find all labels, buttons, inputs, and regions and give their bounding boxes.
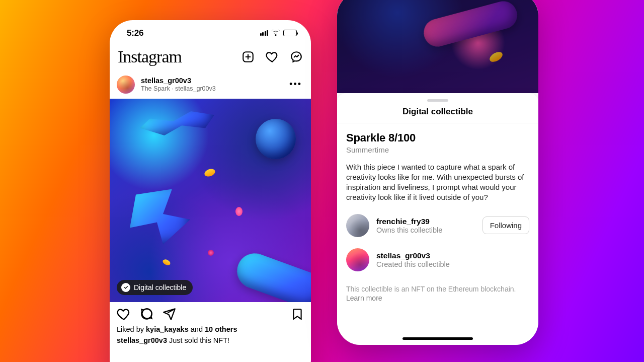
status-bar: 5:26	[110, 20, 311, 43]
phone-feed: 5:26 Instagram stellas_g	[110, 20, 311, 363]
owner-role-label: Owns this collectible	[376, 226, 475, 234]
phone-collectible-detail: Digital collectible Sparkle 8/100 Summer…	[337, 0, 538, 345]
owner-username[interactable]: frenchie_fry39	[376, 217, 475, 226]
home-indicator[interactable]	[403, 337, 473, 340]
post-more-icon[interactable]: •••	[287, 77, 304, 92]
messenger-icon[interactable]	[290, 50, 303, 63]
creator-row: stellas_gr00v3 Created this collectible	[346, 248, 529, 271]
comment-icon[interactable]	[140, 307, 153, 321]
nft-description: With this piece I wanted to capture what…	[346, 162, 529, 203]
following-button[interactable]: Following	[482, 216, 529, 234]
status-icons	[260, 30, 297, 36]
nft-title: Sparkle 8/100	[346, 131, 529, 144]
sheet-grabber[interactable]	[427, 99, 448, 102]
post-author-username[interactable]: stellas_gr00v3	[141, 76, 281, 85]
sheet-title: Digital collectible	[337, 107, 538, 123]
cellular-icon	[260, 30, 269, 36]
wifi-icon	[271, 30, 280, 36]
status-time: 5:26	[127, 28, 143, 38]
learn-more-link[interactable]: Learn more	[346, 294, 382, 302]
collectible-preview-image	[337, 0, 538, 93]
share-icon[interactable]	[163, 307, 176, 321]
owner-avatar[interactable]	[346, 214, 369, 237]
activity-heart-icon[interactable]	[266, 50, 279, 63]
blockchain-disclaimer: This collectible is an NFT on the Ethere…	[346, 284, 529, 304]
caption-text: Just sold this NFT!	[167, 336, 229, 344]
caption-username[interactable]: stellas_gr00v3	[117, 336, 167, 344]
creator-role-label: Created this collectible	[376, 260, 529, 268]
post-action-bar	[110, 302, 311, 324]
caption-line: stellas_gr00v3 Just sold this NFT!	[110, 334, 311, 344]
badge-label: Digital collectible	[134, 283, 186, 292]
nft-collection-name: Summertime	[346, 146, 529, 154]
create-post-icon[interactable]	[242, 50, 255, 63]
owner-row: frenchie_fry39 Owns this collectible Fol…	[346, 214, 529, 237]
digital-collectible-badge[interactable]: Digital collectible	[117, 280, 193, 295]
creator-avatar[interactable]	[346, 248, 369, 271]
app-header: Instagram	[110, 43, 311, 70]
battery-icon	[283, 30, 297, 36]
instagram-logo: Instagram	[118, 47, 182, 66]
post-subtext: The Spark · stellas_gr00v3	[141, 85, 281, 93]
post-header: stellas_gr00v3 The Spark · stellas_gr00v…	[110, 70, 311, 99]
creator-username[interactable]: stellas_gr00v3	[376, 251, 529, 260]
likes-line[interactable]: Liked by kyia_kayaks and 10 others	[110, 324, 311, 334]
verified-check-icon	[121, 283, 130, 292]
post-author-avatar[interactable]	[117, 76, 135, 94]
collectible-sheet: Digital collectible Sparkle 8/100 Summer…	[337, 93, 538, 345]
post-image[interactable]: Digital collectible	[110, 99, 311, 302]
save-icon[interactable]	[291, 308, 304, 321]
like-icon[interactable]	[117, 307, 131, 321]
